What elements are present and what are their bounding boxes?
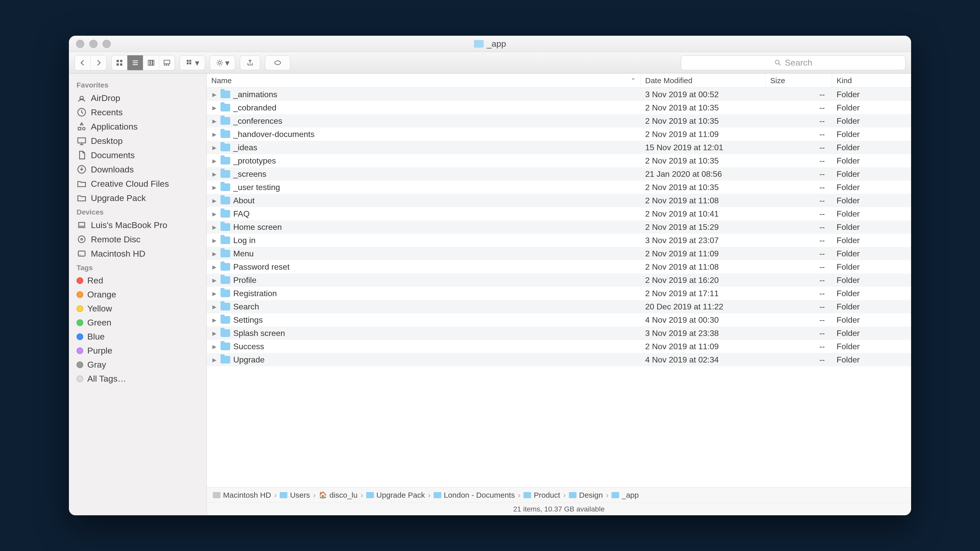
disclosure-triangle-icon[interactable]: ▸ bbox=[211, 275, 218, 285]
file-date: 3 Nov 2019 at 00:52 bbox=[641, 90, 765, 99]
sidebar-item[interactable]: Applications bbox=[69, 119, 207, 134]
zoom-button[interactable] bbox=[103, 40, 111, 48]
sidebar-item[interactable]: Luis's MacBook Pro bbox=[69, 218, 207, 232]
back-button[interactable] bbox=[75, 56, 91, 70]
nav-group bbox=[75, 55, 107, 70]
table-row[interactable]: ▸ _prototypes 2 Nov 2019 at 10:35 -- Fol… bbox=[207, 154, 911, 167]
sidebar-item[interactable]: AirDrop bbox=[69, 91, 207, 105]
sidebar-item[interactable]: All Tags… bbox=[69, 372, 207, 386]
disclosure-triangle-icon[interactable]: ▸ bbox=[211, 183, 218, 192]
path-segment[interactable]: _app bbox=[611, 491, 639, 499]
sidebar-item[interactable]: Orange bbox=[69, 287, 207, 302]
table-row[interactable]: ▸ _cobranded 2 Nov 2019 at 10:35 -- Fold… bbox=[207, 101, 911, 114]
column-date[interactable]: Date Modified bbox=[641, 73, 765, 87]
clock-icon bbox=[76, 107, 87, 118]
search-input[interactable]: Search bbox=[681, 56, 905, 70]
forward-button[interactable] bbox=[91, 56, 107, 70]
table-row[interactable]: ▸ Registration 2 Nov 2019 at 17:11 -- Fo… bbox=[207, 287, 911, 300]
view-gallery-button[interactable] bbox=[159, 56, 175, 70]
path-segment[interactable]: Design bbox=[569, 491, 603, 499]
table-row[interactable]: ▸ Home screen 2 Nov 2019 at 15:29 -- Fol… bbox=[207, 221, 911, 233]
column-name[interactable]: Name ⌃ bbox=[207, 73, 641, 87]
disclosure-triangle-icon[interactable]: ▸ bbox=[211, 262, 218, 272]
table-row[interactable]: ▸ Splash screen 3 Nov 2019 at 23:38 -- F… bbox=[207, 327, 911, 340]
action-button[interactable]: ▾ bbox=[210, 56, 235, 70]
table-row[interactable]: ▸ Search 20 Dec 2019 at 11:22 -- Folder bbox=[207, 300, 911, 313]
table-row[interactable]: ▸ Success 2 Nov 2019 at 11:09 -- Folder bbox=[207, 340, 911, 353]
column-kind[interactable]: Kind bbox=[832, 73, 911, 87]
share-button[interactable] bbox=[240, 56, 260, 70]
view-columns-button[interactable] bbox=[143, 56, 159, 70]
sidebar-item[interactable]: Recents bbox=[69, 105, 207, 119]
arrange-button[interactable]: ▾ bbox=[180, 56, 205, 70]
close-button[interactable] bbox=[76, 40, 84, 48]
path-segment[interactable]: Product bbox=[523, 491, 560, 499]
column-size[interactable]: Size bbox=[765, 73, 832, 87]
disclosure-triangle-icon[interactable]: ▸ bbox=[211, 341, 218, 351]
sidebar-item[interactable]: Downloads bbox=[69, 162, 207, 176]
table-row[interactable]: ▸ _user testing 2 Nov 2019 at 10:35 -- F… bbox=[207, 181, 911, 194]
view-list-button[interactable] bbox=[127, 56, 143, 70]
sidebar-item-label: Downloads bbox=[91, 165, 134, 175]
table-row[interactable]: ▸ Log in 3 Nov 2019 at 23:07 -- Folder bbox=[207, 233, 911, 247]
table-row[interactable]: ▸ _animations 3 Nov 2019 at 00:52 -- Fol… bbox=[207, 88, 911, 101]
sidebar-item-label: Macintosh HD bbox=[91, 249, 145, 259]
disclosure-triangle-icon[interactable]: ▸ bbox=[211, 249, 218, 259]
disclosure-triangle-icon[interactable]: ▸ bbox=[211, 89, 218, 99]
path-segment[interactable]: Upgrade Pack bbox=[366, 491, 425, 499]
sidebar-item[interactable]: Creative Cloud Files bbox=[69, 176, 207, 191]
tag-dot-icon bbox=[76, 319, 83, 326]
sidebar-item[interactable]: Yellow bbox=[69, 302, 207, 316]
disclosure-triangle-icon[interactable]: ▸ bbox=[211, 143, 218, 152]
path-segment[interactable]: 🏠disco_lu bbox=[319, 491, 358, 499]
table-row[interactable]: ▸ _conferences 2 Nov 2019 at 10:35 -- Fo… bbox=[207, 114, 911, 127]
disclosure-triangle-icon[interactable]: ▸ bbox=[211, 315, 218, 325]
table-row[interactable]: ▸ Profile 2 Nov 2019 at 16:20 -- Folder bbox=[207, 273, 911, 287]
sidebar-item[interactable]: Red bbox=[69, 273, 207, 287]
svg-point-17 bbox=[775, 60, 779, 64]
disclosure-triangle-icon[interactable]: ▸ bbox=[211, 289, 218, 298]
sidebar-item[interactable]: Gray bbox=[69, 358, 207, 372]
table-row[interactable]: ▸ Password reset 2 Nov 2019 at 11:08 -- … bbox=[207, 260, 911, 273]
path-segment[interactable]: Macintosh HD bbox=[213, 491, 271, 499]
table-row[interactable]: ▸ Upgrade 4 Nov 2019 at 02:34 -- Folder bbox=[207, 353, 911, 366]
table-row[interactable]: ▸ Menu 2 Nov 2019 at 11:09 -- Folder bbox=[207, 247, 911, 260]
minimize-button[interactable] bbox=[89, 40, 97, 48]
disclosure-triangle-icon[interactable]: ▸ bbox=[211, 222, 218, 232]
table-row[interactable]: ▸ About 2 Nov 2019 at 11:08 -- Folder bbox=[207, 194, 911, 207]
disclosure-triangle-icon[interactable]: ▸ bbox=[211, 302, 218, 311]
sidebar-item[interactable]: Green bbox=[69, 316, 207, 330]
svg-rect-10 bbox=[168, 64, 169, 65]
table-row[interactable]: ▸ _handover-documents 2 Nov 2019 at 11:0… bbox=[207, 127, 911, 141]
path-segment[interactable]: London - Documents bbox=[434, 491, 515, 499]
sidebar-item[interactable]: Blue bbox=[69, 330, 207, 344]
file-date: 2 Nov 2019 at 10:35 bbox=[641, 156, 765, 165]
view-icons-button[interactable] bbox=[111, 56, 127, 70]
disclosure-triangle-icon[interactable]: ▸ bbox=[211, 235, 218, 245]
sidebar-item[interactable]: Documents bbox=[69, 148, 207, 162]
tags-button[interactable] bbox=[265, 56, 290, 70]
disclosure-triangle-icon[interactable]: ▸ bbox=[211, 169, 218, 179]
sidebar-item[interactable]: Upgrade Pack bbox=[69, 191, 207, 205]
disclosure-triangle-icon[interactable]: ▸ bbox=[211, 116, 218, 126]
disclosure-triangle-icon[interactable]: ▸ bbox=[211, 156, 218, 165]
disclosure-triangle-icon[interactable]: ▸ bbox=[211, 209, 218, 219]
sidebar-item[interactable]: Remote Disc bbox=[69, 232, 207, 246]
table-row[interactable]: ▸ _ideas 15 Nov 2019 at 12:01 -- Folder bbox=[207, 141, 911, 154]
table-row[interactable]: ▸ Settings 4 Nov 2019 at 00:30 -- Folder bbox=[207, 313, 911, 327]
grid-icon bbox=[116, 59, 123, 67]
disclosure-triangle-icon[interactable]: ▸ bbox=[211, 328, 218, 338]
path-segment[interactable]: Users bbox=[280, 491, 310, 499]
file-kind: Folder bbox=[832, 183, 911, 192]
disclosure-triangle-icon[interactable]: ▸ bbox=[211, 129, 218, 139]
disclosure-triangle-icon[interactable]: ▸ bbox=[211, 196, 218, 205]
sidebar-item[interactable]: Macintosh HD bbox=[69, 246, 207, 261]
tag-icon bbox=[274, 59, 282, 67]
path-segment-label: London - Documents bbox=[444, 491, 515, 499]
disclosure-triangle-icon[interactable]: ▸ bbox=[211, 103, 218, 113]
table-row[interactable]: ▸ FAQ 2 Nov 2019 at 10:41 -- Folder bbox=[207, 207, 911, 221]
disclosure-triangle-icon[interactable]: ▸ bbox=[211, 355, 218, 365]
sidebar-item[interactable]: Purple bbox=[69, 344, 207, 358]
sidebar-item[interactable]: Desktop bbox=[69, 134, 207, 148]
table-row[interactable]: ▸ _screens 21 Jan 2020 at 08:56 -- Folde… bbox=[207, 167, 911, 181]
